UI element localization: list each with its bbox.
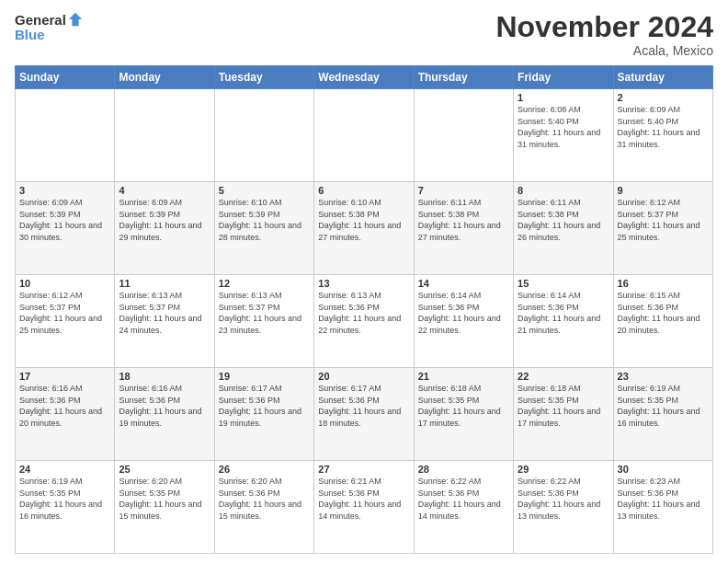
day-cell: 10Sunrise: 6:12 AMSunset: 5:37 PMDayligh… xyxy=(16,275,115,368)
day-info: Sunrise: 6:13 AMSunset: 5:37 PMDaylight:… xyxy=(119,290,210,336)
day-cell: 19Sunrise: 6:17 AMSunset: 5:36 PMDayligh… xyxy=(214,368,313,461)
day-number: 3 xyxy=(19,185,110,196)
day-cell: 16Sunrise: 6:15 AMSunset: 5:36 PMDayligh… xyxy=(613,275,712,368)
day-info: Sunrise: 6:20 AMSunset: 5:35 PMDaylight:… xyxy=(119,476,210,522)
header: General Blue November 2024 Acala, Mexico xyxy=(15,11,713,58)
day-number: 24 xyxy=(19,464,110,475)
day-info: Sunrise: 6:16 AMSunset: 5:36 PMDaylight:… xyxy=(119,383,210,429)
day-info: Sunrise: 6:20 AMSunset: 5:36 PMDaylight:… xyxy=(219,476,310,522)
day-cell: 22Sunrise: 6:18 AMSunset: 5:35 PMDayligh… xyxy=(514,368,613,461)
day-number: 25 xyxy=(119,464,210,475)
day-number: 28 xyxy=(418,464,509,475)
day-info: Sunrise: 6:10 AMSunset: 5:39 PMDaylight:… xyxy=(219,197,310,243)
day-number: 17 xyxy=(19,371,110,382)
day-info: Sunrise: 6:19 AMSunset: 5:35 PMDaylight:… xyxy=(19,476,110,522)
day-info: Sunrise: 6:11 AMSunset: 5:38 PMDaylight:… xyxy=(518,197,609,243)
day-cell: 18Sunrise: 6:16 AMSunset: 5:36 PMDayligh… xyxy=(115,368,214,461)
day-cell: 7Sunrise: 6:11 AMSunset: 5:38 PMDaylight… xyxy=(414,182,513,275)
day-number: 4 xyxy=(119,185,210,196)
day-cell: 28Sunrise: 6:22 AMSunset: 5:36 PMDayligh… xyxy=(414,461,513,554)
logo: General Blue xyxy=(15,11,84,41)
day-number: 21 xyxy=(418,371,509,382)
day-cell xyxy=(115,89,214,182)
day-cell: 8Sunrise: 6:11 AMSunset: 5:38 PMDaylight… xyxy=(514,182,613,275)
calendar-subtitle: Acala, Mexico xyxy=(495,43,713,58)
day-cell: 12Sunrise: 6:13 AMSunset: 5:37 PMDayligh… xyxy=(214,275,313,368)
day-cell: 17Sunrise: 6:16 AMSunset: 5:36 PMDayligh… xyxy=(16,368,115,461)
header-day-tuesday: Tuesday xyxy=(214,66,313,89)
day-number: 9 xyxy=(618,185,709,196)
header-day-monday: Monday xyxy=(115,66,214,89)
logo-text-general: General xyxy=(15,13,66,27)
day-number: 18 xyxy=(119,371,210,382)
calendar-table: SundayMondayTuesdayWednesdayThursdayFrid… xyxy=(15,65,713,554)
header-day-thursday: Thursday xyxy=(414,66,513,89)
week-row-5: 24Sunrise: 6:19 AMSunset: 5:35 PMDayligh… xyxy=(16,461,713,554)
day-cell: 23Sunrise: 6:19 AMSunset: 5:35 PMDayligh… xyxy=(613,368,712,461)
day-cell: 14Sunrise: 6:14 AMSunset: 5:36 PMDayligh… xyxy=(414,275,513,368)
day-cell xyxy=(414,89,513,182)
day-cell: 6Sunrise: 6:10 AMSunset: 5:38 PMDaylight… xyxy=(314,182,414,275)
svg-marker-0 xyxy=(69,13,82,26)
day-info: Sunrise: 6:13 AMSunset: 5:37 PMDaylight:… xyxy=(219,290,310,336)
day-info: Sunrise: 6:23 AMSunset: 5:36 PMDaylight:… xyxy=(618,476,709,522)
day-info: Sunrise: 6:14 AMSunset: 5:36 PMDaylight:… xyxy=(418,290,509,336)
day-info: Sunrise: 6:22 AMSunset: 5:36 PMDaylight:… xyxy=(518,476,609,522)
day-number: 14 xyxy=(418,278,509,289)
header-day-friday: Friday xyxy=(514,66,613,89)
day-number: 8 xyxy=(518,185,609,196)
day-number: 19 xyxy=(219,371,310,382)
day-cell: 24Sunrise: 6:19 AMSunset: 5:35 PMDayligh… xyxy=(16,461,115,554)
day-info: Sunrise: 6:10 AMSunset: 5:38 PMDaylight:… xyxy=(318,197,409,243)
day-cell: 21Sunrise: 6:18 AMSunset: 5:35 PMDayligh… xyxy=(414,368,513,461)
day-number: 10 xyxy=(19,278,110,289)
day-cell: 26Sunrise: 6:20 AMSunset: 5:36 PMDayligh… xyxy=(214,461,313,554)
week-row-4: 17Sunrise: 6:16 AMSunset: 5:36 PMDayligh… xyxy=(16,368,713,461)
calendar-title: November 2024 xyxy=(495,11,713,43)
day-info: Sunrise: 6:08 AMSunset: 5:40 PMDaylight:… xyxy=(518,104,609,150)
day-number: 23 xyxy=(618,371,709,382)
header-day-sunday: Sunday xyxy=(16,66,115,89)
day-number: 6 xyxy=(318,185,409,196)
day-info: Sunrise: 6:13 AMSunset: 5:36 PMDaylight:… xyxy=(318,290,409,336)
week-row-2: 3Sunrise: 6:09 AMSunset: 5:39 PMDaylight… xyxy=(16,182,713,275)
day-cell xyxy=(16,89,115,182)
day-info: Sunrise: 6:12 AMSunset: 5:37 PMDaylight:… xyxy=(618,197,709,243)
day-info: Sunrise: 6:18 AMSunset: 5:35 PMDaylight:… xyxy=(518,383,609,429)
day-number: 2 xyxy=(618,92,709,103)
day-cell xyxy=(314,89,414,182)
day-cell: 30Sunrise: 6:23 AMSunset: 5:36 PMDayligh… xyxy=(613,461,712,554)
day-number: 13 xyxy=(318,278,409,289)
calendar-body: 1Sunrise: 6:08 AMSunset: 5:40 PMDaylight… xyxy=(16,89,713,554)
day-info: Sunrise: 6:09 AMSunset: 5:39 PMDaylight:… xyxy=(19,197,110,243)
day-number: 20 xyxy=(318,371,409,382)
day-number: 5 xyxy=(219,185,310,196)
day-info: Sunrise: 6:19 AMSunset: 5:35 PMDaylight:… xyxy=(618,383,709,429)
day-cell: 25Sunrise: 6:20 AMSunset: 5:35 PMDayligh… xyxy=(115,461,214,554)
day-cell: 27Sunrise: 6:21 AMSunset: 5:36 PMDayligh… xyxy=(314,461,414,554)
header-day-wednesday: Wednesday xyxy=(314,66,414,89)
day-info: Sunrise: 6:17 AMSunset: 5:36 PMDaylight:… xyxy=(318,383,409,429)
day-info: Sunrise: 6:22 AMSunset: 5:36 PMDaylight:… xyxy=(418,476,509,522)
day-info: Sunrise: 6:12 AMSunset: 5:37 PMDaylight:… xyxy=(19,290,110,336)
day-cell: 13Sunrise: 6:13 AMSunset: 5:36 PMDayligh… xyxy=(314,275,414,368)
day-info: Sunrise: 6:09 AMSunset: 5:39 PMDaylight:… xyxy=(119,197,210,243)
day-number: 29 xyxy=(518,464,609,475)
day-info: Sunrise: 6:16 AMSunset: 5:36 PMDaylight:… xyxy=(19,383,110,429)
day-number: 15 xyxy=(518,278,609,289)
header-day-saturday: Saturday xyxy=(613,66,712,89)
day-info: Sunrise: 6:11 AMSunset: 5:38 PMDaylight:… xyxy=(418,197,509,243)
day-cell: 11Sunrise: 6:13 AMSunset: 5:37 PMDayligh… xyxy=(115,275,214,368)
day-cell: 5Sunrise: 6:10 AMSunset: 5:39 PMDaylight… xyxy=(214,182,313,275)
day-cell: 4Sunrise: 6:09 AMSunset: 5:39 PMDaylight… xyxy=(115,182,214,275)
day-number: 27 xyxy=(318,464,409,475)
day-info: Sunrise: 6:21 AMSunset: 5:36 PMDaylight:… xyxy=(318,476,409,522)
day-cell: 3Sunrise: 6:09 AMSunset: 5:39 PMDaylight… xyxy=(16,182,115,275)
day-cell xyxy=(214,89,313,182)
day-cell: 20Sunrise: 6:17 AMSunset: 5:36 PMDayligh… xyxy=(314,368,414,461)
day-cell: 29Sunrise: 6:22 AMSunset: 5:36 PMDayligh… xyxy=(514,461,613,554)
day-cell: 1Sunrise: 6:08 AMSunset: 5:40 PMDaylight… xyxy=(514,89,613,182)
day-number: 26 xyxy=(219,464,310,475)
day-number: 16 xyxy=(618,278,709,289)
day-number: 11 xyxy=(119,278,210,289)
